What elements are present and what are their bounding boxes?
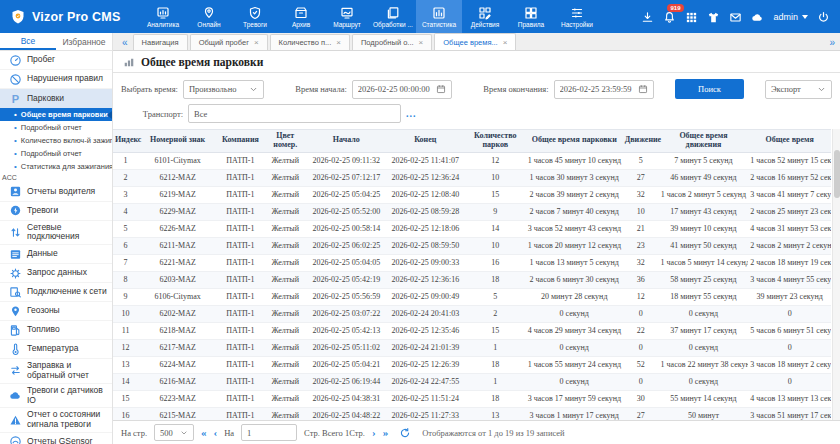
statistics-icon bbox=[432, 6, 446, 20]
download-icon[interactable] bbox=[641, 10, 654, 23]
sidebar-item-fuel[interactable]: Топливо bbox=[0, 321, 112, 340]
last-page-button[interactable]: » bbox=[383, 427, 389, 438]
table-row[interactable]: 46229-MAZПАТП-1Желтый2026-02-25 05:52:00… bbox=[113, 203, 831, 220]
sidebar-item-driver-reports[interactable]: Отчеты водителя bbox=[0, 183, 112, 202]
sidebar-item-network-connect[interactable]: Подключение к сети bbox=[0, 283, 112, 302]
sidebar-tab-all[interactable]: Все bbox=[0, 33, 56, 50]
refresh-icon[interactable] bbox=[399, 427, 411, 439]
sidebar-item-geofences[interactable]: Геозоны bbox=[0, 302, 112, 321]
sidebar-item-data[interactable]: Данные bbox=[0, 245, 112, 264]
scrollbar-thumb[interactable] bbox=[834, 150, 840, 198]
topmenu-item-rules[interactable]: Правила bbox=[508, 0, 554, 33]
next-page-button[interactable]: › bbox=[372, 427, 376, 438]
topmenu-item-settings[interactable]: Настройки bbox=[554, 0, 600, 33]
table-cell: 9 bbox=[465, 203, 526, 220]
tab-5[interactable]: Общее время...× bbox=[434, 33, 516, 50]
table-row[interactable]: 136224-MAZПАТП-1Желтый2026-02-25 05:04:2… bbox=[113, 356, 831, 373]
sidebar-subitem-parking-total-time[interactable]: •Общее время парковки bbox=[0, 108, 112, 121]
power-icon[interactable] bbox=[817, 10, 830, 23]
per-page-select[interactable]: 500 bbox=[154, 424, 194, 441]
close-icon[interactable]: × bbox=[336, 38, 341, 47]
calendar-icon[interactable] bbox=[436, 84, 446, 94]
mail-icon[interactable] bbox=[729, 10, 742, 23]
sidebar-item-network-connections[interactable]: Сетевые подключения bbox=[0, 221, 112, 246]
sidebar-item-io-sensor-alarms[interactable]: Тревоги с датчиков IO bbox=[0, 384, 112, 409]
sidebar-item-data-query[interactable]: Запрос данных bbox=[0, 264, 112, 283]
table-cell: ПАТП-1 bbox=[217, 373, 264, 390]
topmenu-item-online[interactable]: Онлайн bbox=[186, 0, 232, 33]
table-cell: 0 bbox=[748, 305, 831, 322]
tab-1[interactable]: Навигация bbox=[133, 34, 188, 50]
notifications-icon[interactable]: 919 bbox=[663, 10, 676, 23]
close-icon[interactable]: × bbox=[419, 38, 424, 47]
end-time-input[interactable] bbox=[560, 84, 635, 94]
table-cell: 2026-02-25 06:02:25 bbox=[307, 237, 386, 254]
main-area: « НавигацияОбщий пробег×Количество п...×… bbox=[113, 33, 840, 444]
topmenu-item-analytics[interactable]: Аналитика bbox=[140, 0, 186, 33]
sidebar-item-label: Отчет о состоянии сигнала тревоги bbox=[27, 410, 110, 430]
sidebar-subitem-ignition-statistics[interactable]: •Статистика для зажигания bbox=[0, 160, 112, 173]
sidebar-item-mileage[interactable]: Пробег bbox=[0, 51, 112, 70]
tab-4[interactable]: Подробный о...× bbox=[352, 34, 432, 50]
table-row[interactable]: 166215-MAZПАТП-1Желтый2026-02-25 04:48:2… bbox=[113, 407, 831, 420]
sidebar-item-parking[interactable]: PПарковки bbox=[0, 89, 112, 108]
table-row[interactable]: 96106-CitymaxПАТП-1Желтый2026-02-25 05:5… bbox=[113, 288, 831, 305]
cloud-icon[interactable] bbox=[751, 10, 764, 23]
shirt-icon[interactable] bbox=[707, 10, 720, 23]
calendar-icon[interactable] bbox=[638, 84, 648, 94]
table-row[interactable]: 56226-MAZПАТП-1Желтый2026-02-25 00:58:14… bbox=[113, 220, 831, 237]
prev-page-button[interactable]: ‹ bbox=[214, 427, 218, 438]
start-time-input[interactable] bbox=[358, 84, 433, 94]
table-cell: 2026-02-25 05:11:02 bbox=[307, 339, 386, 356]
table-cell: 2026-02-25 09:00:33 bbox=[386, 254, 465, 271]
table-row[interactable]: 116218-MAZПАТП-1Желтый2026-02-25 05:42:1… bbox=[113, 322, 831, 339]
topmenu-item-processing[interactable]: Обработки ... bbox=[370, 0, 416, 33]
table-row[interactable]: 86203-MAZПАТП-1Желтый2026-02-25 05:42:19… bbox=[113, 271, 831, 288]
table-row[interactable]: 36219-MAZПАТП-1Желтый2026-02-25 05:04:25… bbox=[113, 186, 831, 203]
export-dropdown[interactable]: Экспорт bbox=[765, 80, 832, 99]
first-page-button[interactable]: « bbox=[201, 427, 207, 438]
sidebar-item-alarms[interactable]: Тревоги bbox=[0, 202, 112, 221]
table-row[interactable]: 26212-MAZПАТП-1Желтый2026-02-25 07:12:17… bbox=[113, 169, 831, 186]
sidebar-item-gsensor-reports[interactable]: Отчеты GSensor bbox=[0, 433, 112, 444]
sidebar-item-rule-violations[interactable]: Нарушения правил bbox=[0, 70, 112, 89]
table-row[interactable]: 126217-MAZПАТП-1Желтый2026-02-25 05:11:0… bbox=[113, 339, 831, 356]
transport-more-button[interactable]: ... bbox=[406, 108, 417, 119]
tab-2[interactable]: Общий пробег× bbox=[190, 34, 268, 50]
sidebar-subitem-parking-detail-report[interactable]: •Подробный отчет bbox=[0, 121, 112, 134]
page-number-input[interactable] bbox=[247, 428, 291, 438]
table-cell: 18 bbox=[465, 390, 526, 407]
select-time-label: Выбрать время: bbox=[121, 84, 178, 94]
topmenu-item-statistics[interactable]: Статистика bbox=[416, 0, 462, 33]
sidebar-subitem-ignition-detail-report[interactable]: •Подробный отчет bbox=[0, 147, 112, 160]
table-row[interactable]: 146216-MAZПАТП-1Желтый2026-02-25 06:19:4… bbox=[113, 373, 831, 390]
topmenu-item-alarms[interactable]: Тревоги bbox=[232, 0, 278, 33]
sidebar-tab-favorites[interactable]: Избранное bbox=[56, 33, 112, 50]
close-icon[interactable]: × bbox=[254, 38, 259, 47]
user-menu[interactable]: admin bbox=[773, 12, 808, 22]
apps-grid-icon[interactable] bbox=[685, 10, 698, 23]
table-cell: 1 часов 45 минут 10 секунд bbox=[526, 152, 623, 169]
table-row[interactable]: 106202-MAZПАТП-1Желтый2026-02-25 03:07:2… bbox=[113, 305, 831, 322]
sidebar-item-acc[interactable]: ACC bbox=[0, 173, 112, 183]
sidebar-item-alarm-status-report[interactable]: Отчет о состоянии сигнала тревоги bbox=[0, 408, 112, 433]
table-row[interactable]: 76221-MAZПАТП-1Желтый2026-02-25 05:04:05… bbox=[113, 254, 831, 271]
table-row[interactable]: 66211-MAZПАТП-1Желтый2026-02-25 06:02:25… bbox=[113, 237, 831, 254]
transport-input[interactable] bbox=[194, 109, 395, 119]
tab-scroll-left-icon[interactable]: « bbox=[117, 37, 133, 50]
search-button[interactable]: Поиск bbox=[675, 79, 744, 99]
tab-scroll-right-icon[interactable]: » bbox=[824, 37, 840, 50]
table-row[interactable]: 156223-MAZПАТП-1Желтый2026-02-25 04:38:3… bbox=[113, 390, 831, 407]
sidebar-item-refuel-report[interactable]: Заправка и обратный отчет bbox=[0, 359, 112, 384]
topmenu-item-actions[interactable]: Действия bbox=[462, 0, 508, 33]
vertical-scrollbar[interactable] bbox=[832, 129, 840, 420]
sidebar-item-temperature[interactable]: Температура bbox=[0, 340, 112, 359]
close-icon[interactable]: × bbox=[503, 38, 508, 47]
select-time-dropdown[interactable]: Произвольно bbox=[183, 80, 264, 99]
tab-3[interactable]: Количество п...× bbox=[270, 34, 350, 50]
table-cell: 2026-02-25 04:38:31 bbox=[307, 390, 386, 407]
topmenu-item-route[interactable]: Маршрут bbox=[324, 0, 370, 33]
table-row[interactable]: 16101-CitymaxПАТП-1Желтый2026-02-25 09:1… bbox=[113, 152, 831, 169]
sidebar-subitem-ignition-on-off-count[interactable]: •Количество включ-й зажиг-я bbox=[0, 134, 112, 147]
topmenu-item-archive[interactable]: Архив bbox=[278, 0, 324, 33]
